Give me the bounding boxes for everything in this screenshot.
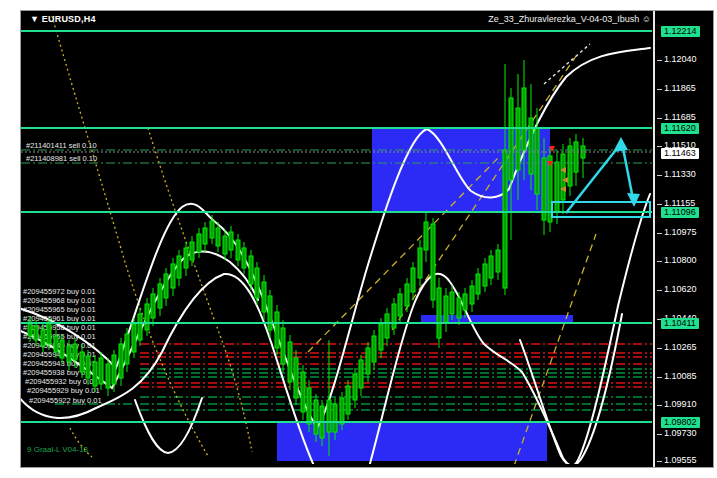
axis-tick-mark [657,89,662,90]
symbol-period-label[interactable]: ▼ EURUSD,H4 [30,14,96,24]
axis-tick-mark [657,348,662,349]
axis-tick-label: 1.11685 [664,112,696,123]
axis-tick-mark [657,146,662,147]
buy-order-label[interactable]: #209455949 buy 0.01 [23,341,96,350]
axis-tick-label: 1.11865 [664,83,696,94]
axis-tick-mark [657,60,662,61]
indicator-title: Ze_33_Zhuravlerezka_V-04-03_Ibush ☺ [488,14,651,24]
current-price-label: 1.11463 [661,148,699,159]
buy-order-label[interactable]: #209455929 buy 0.01 [27,386,100,395]
buy-order-label[interactable]: #209455922 buy 0.01 [29,396,102,405]
buy-order-label[interactable]: #209455965 buy 0.01 [23,305,96,314]
axis-tick-label: 1.10800 [664,255,697,266]
chart-window[interactable]: ▼ EURUSD,H4 Ze_33_Zhuravlerezka_V-04-03_… [20,10,714,468]
price-axis-separator [653,11,655,467]
buy-order-label[interactable]: #209455946 buy 0.01 [23,350,96,359]
axis-tick-mark [657,377,662,378]
sell-order-label[interactable]: #211408981 sell 0.10 [26,154,97,163]
axis-tick-label: 1.09730 [664,428,697,439]
level-price-label: 1.12214 [661,26,700,37]
sell-order-label[interactable]: #211401411 sell 0.10 [26,141,97,150]
axis-tick-label: 1.12040 [664,54,697,65]
buy-order-label[interactable]: #209455955 buy 0.01 [23,332,96,341]
axis-tick-mark [657,290,662,291]
axis-tick-label: 1.10975 [664,227,697,238]
axis-tick-label: 1.10620 [664,284,697,295]
axis-tick-mark [657,175,662,176]
axis-tick-label: 1.09910 [664,399,697,410]
buy-order-label[interactable]: #209455972 buy 0.01 [23,287,96,296]
buy-order-label[interactable]: #209455958 buy 0.01 [23,323,96,332]
level-price-label: 1.11620 [661,123,699,134]
axis-tick-label: 1.10265 [664,342,697,353]
axis-tick-label: 1.11330 [664,169,696,180]
axis-tick-mark [657,405,662,406]
buy-order-label[interactable]: #209455961 buy 0.01 [23,314,96,323]
mt4-terminal: ▼ EURUSD,H4 Ze_33_Zhuravlerezka_V-04-03_… [0,0,717,478]
axis-tick-mark [657,118,662,119]
level-price-label: 1.10411 [661,318,699,329]
axis-tick-mark [657,204,662,205]
axis-tick-mark [657,434,662,435]
buy-order-label[interactable]: #209455968 buy 0.01 [23,296,96,305]
axis-tick-label: 1.10085 [664,371,697,382]
buy-order-label[interactable]: #209455938 buy 0.01 [23,368,96,377]
level-price-label: 1.09802 [661,417,700,428]
buy-order-label[interactable]: #209455932 buy 0.01 [25,377,98,386]
axis-tick-mark [657,461,662,462]
buy-order-label[interactable]: #209455943 buy 0.01 [23,359,96,368]
level-price-label: 1.11096 [661,207,699,218]
axis-tick-label: 1.09555 [664,455,697,466]
axis-tick-mark [657,233,662,234]
axis-tick-mark [657,261,662,262]
graal-indicator-label: 9 Graal-L V04-18 [27,445,88,454]
